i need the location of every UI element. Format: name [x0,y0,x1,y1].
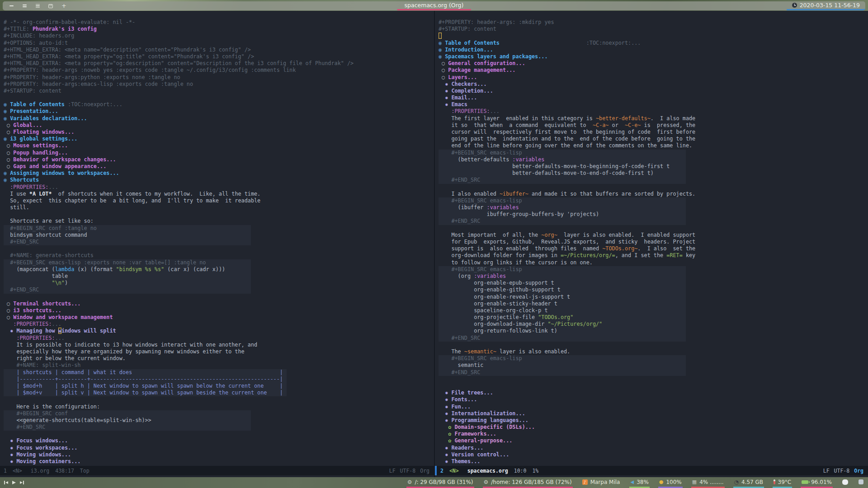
buffer-line: end of the line before going over the en… [439,142,868,149]
taskbar-module-memory[interactable]: ◔4.57 GB [733,477,764,488]
disk-icon: ⚙ [407,479,412,485]
buffer-line: ◉ i3 global settings... [4,136,434,142]
buffer-line: ✸ Fonts... [439,396,868,403]
buffer-line: | shortcuts | command | what it does | [4,369,287,376]
module-label: /: 29 GB/98 GB (31%) [415,479,473,485]
buffer-line: #+OPTIONS: auto-id:t [4,40,434,47]
workspace-button-2[interactable] [21,3,28,9]
buffer-line: going past the indentation and to the en… [439,136,868,142]
buffer-line: ✿ Frameworks... [439,431,868,437]
workspace-button-3[interactable] [34,3,41,9]
buffer-line [439,33,868,39]
buffer-line: #+HTML_HEAD_EXTRA: <meta name="descripti… [4,47,434,53]
buffer-line: #+BEGIN_SRC emacs-lisp [439,266,686,273]
buffer-line: ◉ Shortcuts [4,177,434,183]
scroll-position: 1% [532,468,538,474]
clock: 2020-03-15 11-56-19 [787,1,865,10]
buffer-line: ○ Popup handling... [4,150,434,156]
buffer-line: org-enable-reveal-js-support t [439,294,686,300]
buffer-line: ✸ Internationalization... [439,410,868,417]
buffer-line: The ~semantic~ layer is also enabled. [439,348,868,355]
buffer-line: org-return-follows-link t) [439,328,686,334]
emacs-frame: # -*- org-confirm-babel-evaluate: nil -*… [0,11,868,477]
buffer-line [4,294,434,300]
buffer-line [439,383,868,389]
buffer-line: ○ General configuration... [439,60,868,67]
buffer-line: #+END_SRC [439,335,686,342]
module-label: 96.01% [811,479,832,485]
buffer-line: org-enable-github-support t [439,286,686,293]
taskbar-module-music[interactable]: ♪Marpa Mila [581,477,621,488]
disk-icon: ⚙ [484,479,489,485]
media-controls [0,477,24,488]
buffer-line: ✸ Version control... [439,451,868,458]
taskbar-module-disk[interactable]: ⚙/home: 126 GB/185 GB (72%) [483,477,573,488]
next-track-button[interactable] [20,481,24,484]
status-modules: ⚙/: 29 GB/98 GB (31%)⚙/home: 126 GB/185 … [406,477,868,488]
buffer-line: #+HTML_HEAD_EXTRA: <meta property="og:ti… [4,53,434,60]
workspace-button-4[interactable] [47,3,54,9]
buffer-line: ○ Package management... [439,67,868,74]
taskbar-module-disk[interactable]: ⚙/: 29 GB/98 GB (31%) [406,477,474,488]
buffer-line: ◉ Table of Contents :TOC:noexport:... [4,101,434,108]
buffer-line: ✸ Moving containers... [4,458,434,465]
buffer-line: #+BEGIN_SRC emacs-lisp [439,197,686,204]
clock-icon [792,3,797,8]
buffer-line: support is also enabled through files na… [439,245,868,252]
taskbar-module-brightness[interactable]: ●100% [658,477,683,488]
taskbar-module-temperature[interactable]: 39°C [773,477,792,488]
buffer-line: for Epub exports, Github, Reveal.JS expo… [439,239,868,245]
buffer-name: spacemacs.org [467,468,508,474]
buffer-line: ✸ Programming languages... [439,417,868,424]
volume-icon: ◀ [630,479,634,484]
buffer-line: It is possible to indicate to i3 how win… [4,342,434,348]
buffer-line: #+NAME: split-win-sh [4,362,434,369]
new-workspace-button[interactable]: + [61,3,66,9]
buffer-line: #+PROPERTY: header-args: :mkdirp yes [439,19,868,26]
buffer-line: #+END_SRC [439,218,686,225]
buffer-line: ◉ Table of Contents :TOC:noexport:... [439,40,868,47]
focused-window-title: spacemacs.org (Org) [397,1,471,10]
taskbar-module-tray[interactable] [858,477,864,488]
window-number: 1 [4,468,7,474]
taskbar-module-discord[interactable] [841,477,849,488]
buffer-spacemacs-org[interactable]: #+PROPERTY: header-args: :mkdirp yes#+ST… [435,11,868,466]
buffer-line: ○ Floating windows... [4,129,434,136]
buffer-line: #+END_SRC [439,369,686,376]
buffer-line: ✿ Domain-specific (DSLs)... [439,424,868,431]
buffer-line: #+END_SRC [439,177,686,183]
play-button[interactable] [12,481,16,484]
buffer-i3-org[interactable]: # -*- org-confirm-babel-evaluate: nil -*… [0,11,434,466]
previous-track-button[interactable] [4,481,8,484]
buffer-line: Shortcuts are set like so: [4,218,434,225]
buffer-line: #+BEGIN_SRC conf :tangle no [4,225,251,232]
taskbar-module-battery[interactable]: 96.01% [801,477,833,488]
buffer-line [4,245,434,252]
buffer-line: ✸ Email... [439,94,868,101]
taskbar-module-cpu[interactable]: ▦4% ........ [691,477,725,488]
taskbar-module-volume[interactable]: ◀38% [629,477,649,488]
memory-icon: ◔ [734,479,739,485]
temperature-icon [774,479,775,484]
music-icon: ♪ [582,479,588,485]
buffer-line: #+STARTUP: content [439,26,868,33]
buffer-line: | $mod+h | split h | Next window to spaw… [4,383,287,389]
buffer-line: ○ Behavior of workspace changes... [4,156,434,163]
buffer-line [439,376,868,383]
window-number: 2 [440,468,443,474]
buffer-line: | $mod+v | split v | Next window to spaw… [4,389,287,396]
buffer-line: #+END_SRC [4,239,251,245]
buffer-line: #+INCLUDE: headers.org [4,33,434,39]
module-label: 100% [666,479,681,485]
buffer-line: org-projectile-file "TODOs.org" [439,314,686,321]
buffer-line: (ibuffer :variables [439,204,686,211]
buffer-line: ibuffer-group-buffers-by 'projects) [439,211,686,218]
encoding: UTF-8 [400,468,416,474]
workspace-button-1[interactable] [8,3,14,9]
cursor-position: 10:0 [514,468,527,474]
buffer-line: The first layer enabled in this category… [439,115,868,122]
buffer-line: ✸ File trees... [439,389,868,396]
module-label: 4.57 GB [741,479,763,485]
buffer-line: #+BEGIN_SRC emacs-lisp [439,150,686,156]
buffer-line: to follow org links if the cursor is on … [439,259,868,266]
